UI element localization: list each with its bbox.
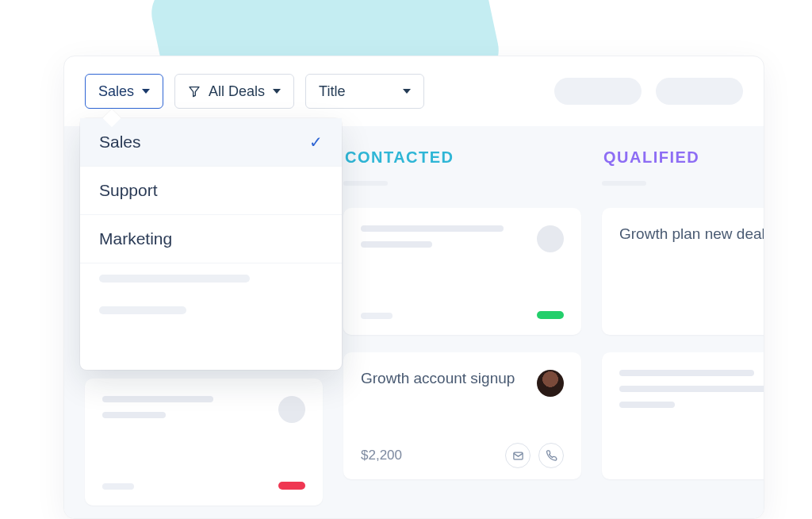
dropdown-item-support[interactable]: Support xyxy=(80,167,342,215)
dropdown-item-label: Support xyxy=(99,181,158,200)
check-icon: ✓ xyxy=(309,133,323,152)
deal-card[interactable] xyxy=(85,379,323,506)
toolbar-action-placeholder[interactable] xyxy=(656,78,743,105)
column-underline xyxy=(602,181,646,186)
toolbar: Sales All Deals Title Sales ✓ xyxy=(64,56,764,126)
status-tag-green xyxy=(537,311,564,319)
deal-card-growth-signup[interactable]: Growth account signup $2,200 xyxy=(343,352,581,479)
sort-dropdown-label: Title xyxy=(319,83,345,100)
pipeline-dropdown-menu: Sales ✓ Support Marketing xyxy=(80,118,342,370)
avatar xyxy=(537,370,564,397)
funnel-icon xyxy=(188,85,201,98)
kanban-column-qualified: QUALIFIED Growth plan new deal xyxy=(602,140,764,497)
mail-icon[interactable] xyxy=(505,443,530,468)
dropdown-skeleton-line xyxy=(99,275,250,283)
status-tag-red xyxy=(278,482,305,490)
pipeline-dropdown-label: Sales xyxy=(98,83,134,100)
avatar-placeholder xyxy=(278,396,305,423)
deal-card-growth-plan[interactable]: Growth plan new deal xyxy=(602,208,764,335)
caret-down-icon xyxy=(273,89,281,94)
card-footer-placeholder xyxy=(361,313,393,319)
toolbar-actions xyxy=(554,78,743,105)
card-actions xyxy=(505,443,564,468)
dropdown-item-label: Marketing xyxy=(99,229,172,248)
dropdown-skeleton-line xyxy=(99,306,186,314)
dropdown-item-label: Sales xyxy=(99,133,141,152)
column-header: QUALIFIED xyxy=(602,140,764,181)
phone-icon[interactable] xyxy=(538,443,564,468)
dropdown-item-marketing[interactable]: Marketing xyxy=(80,215,342,263)
card-title: Growth account signup xyxy=(361,370,564,387)
card-price: $2,200 xyxy=(361,448,402,463)
column-header: CONTACTED xyxy=(343,140,581,181)
dropdown-item-sales[interactable]: Sales ✓ xyxy=(80,118,342,167)
caret-down-icon xyxy=(142,89,150,94)
toolbar-action-placeholder[interactable] xyxy=(554,78,642,105)
sort-dropdown[interactable]: Title xyxy=(305,74,424,109)
pipeline-dropdown[interactable]: Sales xyxy=(85,74,163,109)
filter-dropdown[interactable]: All Deals xyxy=(174,74,294,109)
filter-dropdown-label: All Deals xyxy=(209,83,265,100)
deal-card[interactable] xyxy=(602,352,764,479)
column-underline xyxy=(343,181,388,186)
card-footer-placeholder xyxy=(102,483,134,490)
card-title: Growth plan new deal xyxy=(619,225,764,243)
app-shell: Sales All Deals Title Sales ✓ xyxy=(63,56,764,519)
kanban-column-contacted: CONTACTED Growth account signup $2,200 xyxy=(343,140,581,497)
avatar-placeholder xyxy=(537,225,564,252)
deal-card[interactable] xyxy=(343,208,581,335)
svg-marker-0 xyxy=(190,87,199,97)
caret-down-icon xyxy=(403,89,411,94)
